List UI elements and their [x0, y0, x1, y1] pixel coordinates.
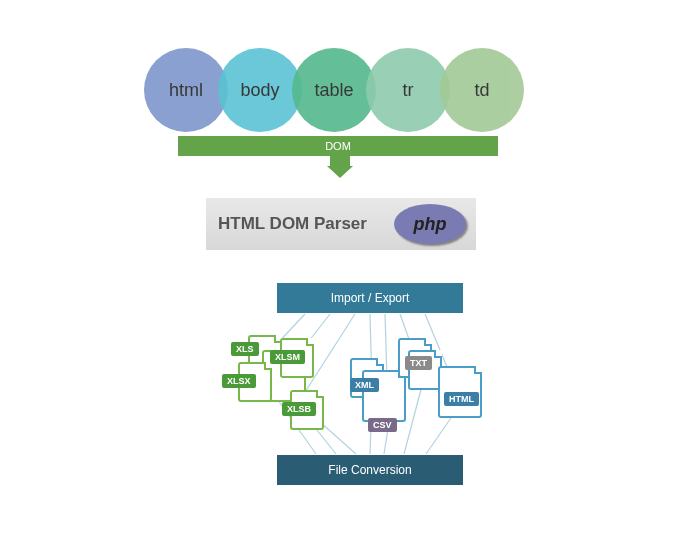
file-tag-xlsb: XLSB	[282, 402, 316, 416]
php-logo-icon: php	[394, 204, 466, 244]
dom-node-table: table	[292, 48, 376, 132]
dom-bar-label: DOM	[325, 140, 351, 152]
dom-node-label: body	[240, 80, 279, 101]
dom-node-body: body	[218, 48, 302, 132]
file-tag-xlsx: XLSX	[222, 374, 256, 388]
file-conversion-bar: File Conversion	[277, 455, 463, 485]
file-tag-html: HTML	[444, 392, 479, 406]
dom-node-html: html	[144, 48, 228, 132]
import-export-bar: Import / Export	[277, 283, 463, 313]
dom-arrow-head-icon	[327, 166, 353, 178]
dom-node-label: td	[474, 80, 489, 101]
file-tag-xml: XML	[350, 378, 379, 392]
file-tag-xlsm: XLSM	[270, 350, 305, 364]
file-tag-txt: TXT	[405, 356, 432, 370]
dom-node-td: td	[440, 48, 524, 132]
file-tag-csv: CSV	[368, 418, 397, 432]
dom-bar: DOM	[178, 136, 498, 156]
dom-node-tr: tr	[366, 48, 450, 132]
dom-node-label: tr	[403, 80, 414, 101]
import-export-label: Import / Export	[331, 291, 410, 305]
file-conversion-label: File Conversion	[328, 463, 411, 477]
php-logo-label: php	[394, 204, 466, 244]
dom-arrow-icon	[330, 156, 350, 166]
parser-box: HTML DOM Parser php	[206, 198, 476, 250]
file-tag-xls: XLS	[231, 342, 259, 356]
dom-node-label: html	[169, 80, 203, 101]
dom-node-label: table	[314, 80, 353, 101]
parser-title: HTML DOM Parser	[218, 214, 367, 234]
